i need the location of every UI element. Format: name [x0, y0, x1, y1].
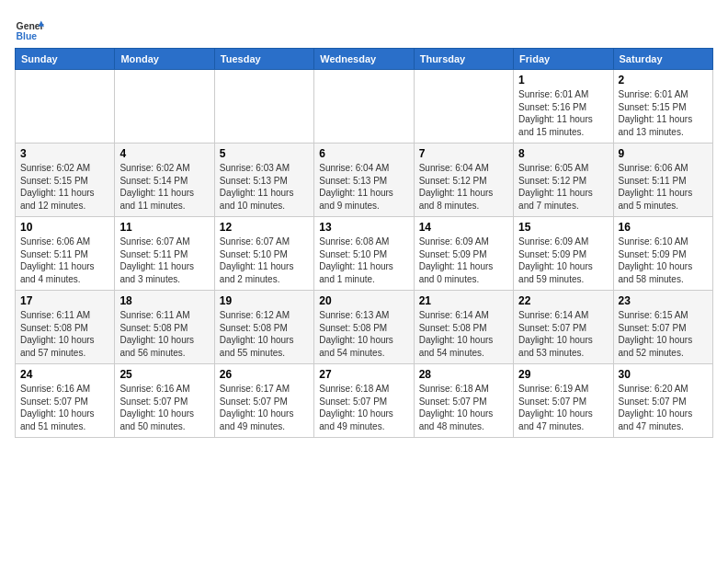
weekday-header-thursday: Thursday: [414, 49, 513, 70]
calendar-cell: 24Sunrise: 6:16 AM Sunset: 5:07 PM Dayli…: [16, 364, 115, 438]
weekday-header-friday: Friday: [514, 49, 613, 70]
calendar-cell: [414, 70, 513, 144]
day-number: 12: [220, 221, 309, 234]
logo: General Blue: [15, 15, 44, 44]
calendar-cell: 17Sunrise: 6:11 AM Sunset: 5:08 PM Dayli…: [16, 291, 115, 364]
calendar-cell: 23Sunrise: 6:15 AM Sunset: 5:07 PM Dayli…: [613, 291, 712, 364]
weekday-header-wednesday: Wednesday: [314, 49, 414, 70]
weekday-header-saturday: Saturday: [613, 49, 712, 70]
day-info: Sunrise: 6:11 AM Sunset: 5:08 PM Dayligh…: [119, 309, 209, 359]
day-number: 4: [119, 147, 209, 160]
day-info: Sunrise: 6:02 AM Sunset: 5:15 PM Dayligh…: [20, 162, 109, 212]
day-number: 8: [518, 147, 608, 160]
day-info: Sunrise: 6:01 AM Sunset: 5:16 PM Dayligh…: [518, 88, 608, 138]
calendar-cell: 6Sunrise: 6:04 AM Sunset: 5:13 PM Daylig…: [314, 144, 414, 217]
calendar-cell: 20Sunrise: 6:13 AM Sunset: 5:08 PM Dayli…: [314, 291, 414, 364]
day-number: 11: [119, 221, 209, 234]
calendar-cell: 19Sunrise: 6:12 AM Sunset: 5:08 PM Dayli…: [214, 291, 313, 364]
day-number: 1: [518, 74, 608, 86]
day-number: 17: [20, 294, 109, 307]
day-info: Sunrise: 6:06 AM Sunset: 5:11 PM Dayligh…: [20, 236, 109, 285]
calendar-week-5: 24Sunrise: 6:16 AM Sunset: 5:07 PM Dayli…: [16, 364, 713, 438]
calendar-week-3: 10Sunrise: 6:06 AM Sunset: 5:11 PM Dayli…: [16, 217, 713, 291]
day-number: 15: [518, 221, 608, 234]
day-info: Sunrise: 6:13 AM Sunset: 5:08 PM Dayligh…: [319, 309, 408, 359]
day-info: Sunrise: 6:04 AM Sunset: 5:13 PM Dayligh…: [319, 162, 408, 212]
day-info: Sunrise: 6:14 AM Sunset: 5:07 PM Dayligh…: [518, 309, 608, 359]
day-info: Sunrise: 6:09 AM Sunset: 5:09 PM Dayligh…: [518, 236, 608, 285]
day-number: 10: [20, 221, 109, 234]
calendar-cell: 14Sunrise: 6:09 AM Sunset: 5:09 PM Dayli…: [414, 217, 513, 291]
day-info: Sunrise: 6:11 AM Sunset: 5:08 PM Dayligh…: [20, 309, 109, 359]
calendar-cell: 11Sunrise: 6:07 AM Sunset: 5:11 PM Dayli…: [115, 217, 214, 291]
header: General Blue: [15, 15, 713, 44]
day-number: 13: [319, 221, 408, 234]
calendar-cell: 15Sunrise: 6:09 AM Sunset: 5:09 PM Dayli…: [514, 217, 613, 291]
day-number: 26: [220, 368, 309, 381]
calendar-cell: 28Sunrise: 6:18 AM Sunset: 5:07 PM Dayli…: [414, 364, 513, 438]
day-number: 6: [319, 147, 408, 160]
day-number: 21: [419, 294, 508, 307]
weekday-header-row: SundayMondayTuesdayWednesdayThursdayFrid…: [16, 49, 713, 70]
day-number: 14: [419, 221, 508, 234]
day-info: Sunrise: 6:17 AM Sunset: 5:07 PM Dayligh…: [220, 383, 309, 432]
day-number: 9: [619, 147, 708, 160]
calendar-cell: 9Sunrise: 6:06 AM Sunset: 5:11 PM Daylig…: [613, 144, 712, 217]
day-number: 22: [518, 294, 608, 307]
day-info: Sunrise: 6:07 AM Sunset: 5:11 PM Dayligh…: [119, 236, 209, 285]
day-number: 18: [119, 294, 209, 307]
day-info: Sunrise: 6:06 AM Sunset: 5:11 PM Dayligh…: [619, 162, 708, 212]
calendar-cell: 12Sunrise: 6:07 AM Sunset: 5:10 PM Dayli…: [214, 217, 313, 291]
calendar-cell: 30Sunrise: 6:20 AM Sunset: 5:07 PM Dayli…: [613, 364, 712, 438]
day-number: 5: [220, 147, 309, 160]
calendar-cell: [314, 70, 414, 144]
weekday-header-monday: Monday: [115, 49, 214, 70]
day-info: Sunrise: 6:12 AM Sunset: 5:08 PM Dayligh…: [220, 309, 309, 359]
day-number: 23: [619, 294, 708, 307]
day-info: Sunrise: 6:18 AM Sunset: 5:07 PM Dayligh…: [419, 383, 508, 432]
day-number: 25: [119, 368, 209, 381]
calendar-cell: [115, 70, 214, 144]
day-number: 24: [20, 368, 109, 381]
day-info: Sunrise: 6:20 AM Sunset: 5:07 PM Dayligh…: [619, 383, 708, 432]
day-info: Sunrise: 6:02 AM Sunset: 5:14 PM Dayligh…: [119, 162, 209, 212]
weekday-header-sunday: Sunday: [16, 49, 115, 70]
calendar-cell: 26Sunrise: 6:17 AM Sunset: 5:07 PM Dayli…: [214, 364, 313, 438]
day-info: Sunrise: 6:05 AM Sunset: 5:12 PM Dayligh…: [518, 162, 608, 212]
day-info: Sunrise: 6:16 AM Sunset: 5:07 PM Dayligh…: [20, 383, 109, 432]
day-info: Sunrise: 6:18 AM Sunset: 5:07 PM Dayligh…: [319, 383, 408, 432]
day-info: Sunrise: 6:09 AM Sunset: 5:09 PM Dayligh…: [419, 236, 508, 285]
calendar-cell: 1Sunrise: 6:01 AM Sunset: 5:16 PM Daylig…: [514, 70, 613, 144]
day-info: Sunrise: 6:10 AM Sunset: 5:09 PM Dayligh…: [619, 236, 708, 285]
calendar-table: SundayMondayTuesdayWednesdayThursdayFrid…: [15, 48, 713, 438]
calendar-cell: 7Sunrise: 6:04 AM Sunset: 5:12 PM Daylig…: [414, 144, 513, 217]
day-number: 7: [419, 147, 508, 160]
day-info: Sunrise: 6:19 AM Sunset: 5:07 PM Dayligh…: [518, 383, 608, 432]
day-info: Sunrise: 6:16 AM Sunset: 5:07 PM Dayligh…: [119, 383, 209, 432]
day-info: Sunrise: 6:15 AM Sunset: 5:07 PM Dayligh…: [619, 309, 708, 359]
calendar-cell: [214, 70, 313, 144]
calendar-week-1: 1Sunrise: 6:01 AM Sunset: 5:16 PM Daylig…: [16, 70, 713, 144]
calendar-cell: 4Sunrise: 6:02 AM Sunset: 5:14 PM Daylig…: [115, 144, 214, 217]
day-number: 16: [619, 221, 708, 234]
day-number: 27: [319, 368, 408, 381]
calendar-cell: 25Sunrise: 6:16 AM Sunset: 5:07 PM Dayli…: [115, 364, 214, 438]
calendar-week-4: 17Sunrise: 6:11 AM Sunset: 5:08 PM Dayli…: [16, 291, 713, 364]
calendar-cell: 18Sunrise: 6:11 AM Sunset: 5:08 PM Dayli…: [115, 291, 214, 364]
logo-icon: General Blue: [15, 15, 44, 44]
day-number: 19: [220, 294, 309, 307]
calendar-cell: 13Sunrise: 6:08 AM Sunset: 5:10 PM Dayli…: [314, 217, 414, 291]
calendar-cell: 5Sunrise: 6:03 AM Sunset: 5:13 PM Daylig…: [214, 144, 313, 217]
day-number: 28: [419, 368, 508, 381]
calendar-week-2: 3Sunrise: 6:02 AM Sunset: 5:15 PM Daylig…: [16, 144, 713, 217]
day-number: 20: [319, 294, 408, 307]
svg-text:Blue: Blue: [17, 31, 38, 41]
calendar-cell: 16Sunrise: 6:10 AM Sunset: 5:09 PM Dayli…: [613, 217, 712, 291]
calendar-cell: 21Sunrise: 6:14 AM Sunset: 5:08 PM Dayli…: [414, 291, 513, 364]
calendar-cell: 27Sunrise: 6:18 AM Sunset: 5:07 PM Dayli…: [314, 364, 414, 438]
day-info: Sunrise: 6:04 AM Sunset: 5:12 PM Dayligh…: [419, 162, 508, 212]
day-info: Sunrise: 6:03 AM Sunset: 5:13 PM Dayligh…: [220, 162, 309, 212]
day-number: 3: [20, 147, 109, 160]
day-info: Sunrise: 6:07 AM Sunset: 5:10 PM Dayligh…: [220, 236, 309, 285]
calendar-cell: 2Sunrise: 6:01 AM Sunset: 5:15 PM Daylig…: [613, 70, 712, 144]
